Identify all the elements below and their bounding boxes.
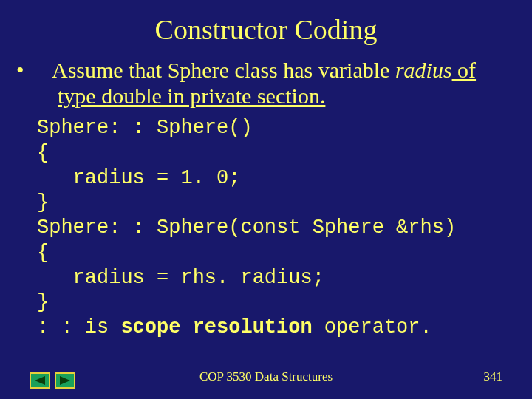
footer-page-number: 341	[484, 369, 503, 384]
bullet-item: •Assume that Sphere class has variable r…	[37, 58, 502, 109]
prev-arrow-icon	[35, 376, 45, 385]
prev-button[interactable]	[30, 372, 50, 389]
code-line: }	[37, 191, 49, 214]
next-arrow-icon	[60, 376, 70, 385]
bullet-dot: •	[37, 58, 52, 83]
svg-marker-0	[35, 376, 45, 385]
code-line-bold: scope resolution	[120, 316, 312, 338]
code-line: }	[37, 291, 49, 313]
bullet-radius-word: radius	[395, 58, 452, 82]
code-line: Sphere: : Sphere()	[37, 117, 253, 139]
code-block: Sphere: : Sphere() { radius = 1. 0; } Sp…	[37, 116, 502, 341]
code-line: radius = 1. 0;	[37, 167, 240, 189]
svg-marker-1	[60, 376, 70, 385]
code-line: : : is	[37, 316, 120, 338]
code-line: radius = rhs. radius;	[37, 267, 324, 289]
code-line: Sphere: : Sphere(const Sphere &rhs)	[37, 216, 456, 239]
code-line: operator.	[313, 316, 432, 338]
slide-title: Constructor Coding	[30, 13, 502, 46]
next-button[interactable]	[55, 372, 75, 389]
code-line: {	[37, 242, 49, 264]
footer-course: COP 3530 Data Structures	[0, 369, 532, 384]
nav-controls	[30, 372, 75, 389]
code-line: {	[37, 142, 49, 164]
bullet-text-prefix: Assume that Sphere class has variable	[52, 58, 395, 82]
